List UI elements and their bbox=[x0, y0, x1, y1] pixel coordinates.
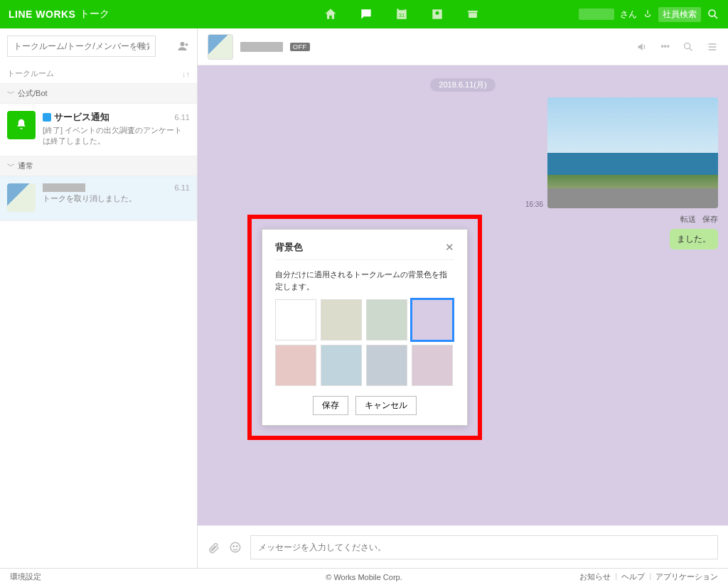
sidebar-header: トークルーム ↓↑ bbox=[0, 64, 197, 84]
sound-icon[interactable] bbox=[636, 41, 648, 53]
modal-highlight: 背景色 ✕ 自分だけに適用されるトークルームの背景色を指定します。 保存 キャン… bbox=[247, 215, 482, 440]
message-time: 16:36 bbox=[525, 200, 543, 208]
brand-section: トーク bbox=[80, 8, 109, 21]
color-swatch[interactable] bbox=[321, 299, 362, 340]
contacts-icon[interactable] bbox=[429, 6, 445, 22]
chat-body: 2018.6.11(月) 16:36 転送 保存 ました。 背景色 bbox=[198, 65, 728, 525]
sidebar-group-normal[interactable]: ﹀ 通常 bbox=[0, 156, 197, 176]
svg-point-7 bbox=[233, 545, 235, 547]
search-icon[interactable] bbox=[707, 8, 719, 21]
avatar[interactable] bbox=[208, 34, 233, 60]
save-link[interactable]: 保存 bbox=[702, 215, 718, 223]
message-row: 16:36 bbox=[198, 92, 728, 214]
color-swatch[interactable] bbox=[366, 345, 407, 386]
svg-point-2 bbox=[709, 10, 715, 16]
chat-header: OFF ••• bbox=[198, 28, 728, 65]
chat-icon[interactable] bbox=[358, 6, 374, 22]
message-bubble: ました。 bbox=[670, 229, 718, 249]
menu-icon[interactable] bbox=[707, 41, 718, 53]
footer: 環境設定 © Works Mobile Corp. お知らせ| ヘルプ| アプリ… bbox=[0, 568, 728, 585]
sidebar-group-official[interactable]: ﹀ 公式/Bot bbox=[0, 84, 197, 104]
svg-text:31: 31 bbox=[399, 12, 405, 18]
attach-icon[interactable] bbox=[208, 541, 220, 554]
color-swatch[interactable] bbox=[275, 345, 316, 386]
room-title bbox=[43, 183, 85, 192]
search-icon[interactable] bbox=[682, 41, 694, 53]
input-bar bbox=[198, 525, 728, 568]
forward-link[interactable]: 転送 bbox=[680, 215, 696, 223]
chevron-down-icon: ﹀ bbox=[7, 88, 15, 99]
chat-pane: OFF ••• 2018.6.11(月) 16:36 転送 保存 ました。 bbox=[198, 28, 728, 568]
user-name-block bbox=[579, 9, 614, 20]
svg-point-6 bbox=[230, 542, 240, 552]
brand: LINE WORKS bbox=[9, 9, 75, 20]
main: トークルーム ↓↑ ﹀ 公式/Bot サービス通知 6.11 [終了] イベント… bbox=[0, 28, 728, 568]
room-item-service[interactable]: サービス通知 6.11 [終了] イベントの出欠調査のアンケートは終了しました。 bbox=[0, 104, 197, 156]
chat-title bbox=[240, 42, 283, 52]
cancel-button[interactable]: キャンセル bbox=[355, 396, 417, 415]
more-icon[interactable]: ••• bbox=[660, 41, 670, 53]
power-icon[interactable] bbox=[643, 9, 653, 19]
swatch-grid bbox=[275, 299, 454, 386]
bell-icon bbox=[7, 111, 36, 139]
message-image[interactable] bbox=[547, 97, 718, 208]
search-icon[interactable] bbox=[136, 41, 146, 51]
color-swatch[interactable] bbox=[275, 299, 316, 340]
room-item-user[interactable]: 6.11 トークを取り消しました。 bbox=[0, 176, 197, 221]
save-button[interactable]: 保存 bbox=[313, 396, 348, 415]
calendar-icon[interactable]: 31 bbox=[394, 6, 410, 22]
modal-title: 背景色 bbox=[275, 241, 303, 254]
archive-icon[interactable] bbox=[465, 6, 481, 22]
sidebar-header-label: トークルーム bbox=[7, 68, 54, 79]
footer-settings[interactable]: 環境設定 bbox=[10, 571, 41, 582]
top-nav: 31 bbox=[323, 6, 481, 22]
emoji-icon[interactable] bbox=[229, 541, 242, 554]
service-badge-icon bbox=[43, 113, 51, 122]
close-icon[interactable]: ✕ bbox=[445, 241, 454, 254]
color-swatch[interactable] bbox=[366, 299, 407, 340]
date-pill: 2018.6.11(月) bbox=[430, 78, 495, 92]
room-date: 6.11 bbox=[175, 183, 190, 192]
sort-icon[interactable]: ↓↑ bbox=[182, 70, 190, 78]
sidebar-search bbox=[0, 28, 197, 64]
footer-link-apps[interactable]: アプリケーション bbox=[655, 571, 718, 582]
employee-search-label[interactable]: 社員検索 bbox=[658, 7, 701, 22]
avatar bbox=[7, 183, 36, 212]
color-swatch[interactable] bbox=[412, 299, 453, 340]
message-input[interactable] bbox=[250, 535, 718, 559]
topbar: LINE WORKS トーク 31 さん 社員検索 bbox=[0, 0, 728, 28]
sidebar: トークルーム ↓↑ ﹀ 公式/Bot サービス通知 6.11 [終了] イベント… bbox=[0, 28, 198, 568]
color-swatch[interactable] bbox=[412, 345, 453, 386]
svg-point-3 bbox=[137, 43, 142, 48]
footer-link-news[interactable]: お知らせ bbox=[579, 571, 611, 582]
room-snippet: [終了] イベントの出欠調査のアンケートは終了しました。 bbox=[43, 125, 190, 147]
topbar-right: さん 社員検索 bbox=[579, 7, 719, 22]
room-date: 6.11 bbox=[175, 113, 190, 122]
add-user-icon[interactable] bbox=[177, 40, 190, 53]
footer-link-help[interactable]: ヘルプ bbox=[621, 571, 645, 582]
status-badge: OFF bbox=[290, 43, 310, 51]
modal-description: 自分だけに適用されるトークルームの背景色を指定します。 bbox=[275, 269, 454, 292]
room-title: サービス通知 bbox=[54, 111, 109, 124]
room-snippet: トークを取り消しました。 bbox=[43, 193, 190, 204]
footer-copyright: © Works Mobile Corp. bbox=[326, 573, 402, 581]
group-label: 通常 bbox=[18, 161, 33, 171]
svg-point-4 bbox=[181, 42, 185, 46]
sidebar-search-input[interactable] bbox=[7, 36, 156, 57]
chevron-down-icon: ﹀ bbox=[7, 161, 15, 171]
group-label: 公式/Bot bbox=[18, 88, 48, 99]
svg-point-8 bbox=[237, 545, 238, 547]
home-icon[interactable] bbox=[323, 6, 338, 22]
color-swatch[interactable] bbox=[321, 345, 362, 386]
svg-point-1 bbox=[436, 11, 439, 15]
svg-point-5 bbox=[685, 43, 690, 48]
user-suffix: さん bbox=[620, 9, 637, 21]
bg-color-modal: 背景色 ✕ 自分だけに適用されるトークルームの背景色を指定します。 保存 キャン… bbox=[262, 229, 468, 426]
